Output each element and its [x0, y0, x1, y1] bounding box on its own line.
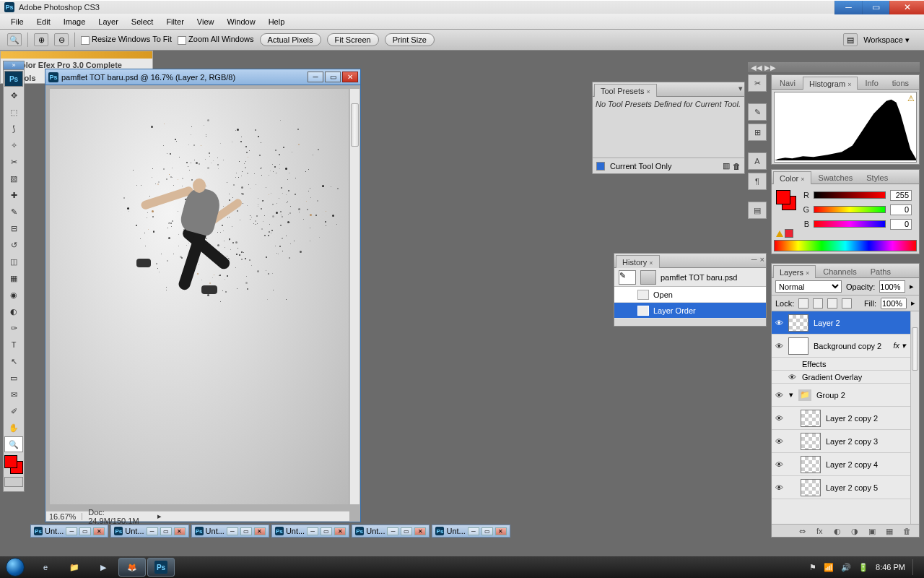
layer-row[interactable]: 👁▾📁Group 2 [772, 384, 910, 407]
swatches-tab[interactable]: Swatches [812, 171, 860, 184]
layer-row[interactable]: 👁Background copy 2fx ▾ [772, 335, 910, 358]
doc-maximize-button[interactable]: ▭ [325, 72, 341, 82]
brush-tool-icon[interactable]: ✎ [4, 204, 23, 220]
history-brush-tool-icon[interactable]: ↺ [4, 237, 23, 253]
visibility-icon[interactable]: 👁 [772, 319, 786, 327]
tray-clock[interactable]: 8:46 PM [876, 563, 905, 571]
fill-input[interactable] [881, 298, 907, 309]
red-value[interactable]: 255 [890, 190, 912, 201]
styles-tab[interactable]: Styles [860, 171, 894, 184]
lock-transparency-icon[interactable] [798, 298, 808, 309]
visibility-icon[interactable]: 👁 [772, 460, 786, 469]
wand-tool-icon[interactable]: ✧ [4, 137, 23, 153]
panel-minimize-icon[interactable]: ─ [751, 255, 757, 264]
dock-paragraph-icon[interactable]: ¶ [748, 173, 767, 190]
document-tab[interactable]: PsUnt...─▭✕ [191, 525, 269, 538]
panel-close-icon[interactable]: × [760, 255, 764, 264]
history-item-layerorder[interactable]: Layer Order [614, 303, 766, 319]
panel-dock-header[interactable]: ◀◀ ▶▶ [748, 62, 920, 72]
document-size[interactable]: Doc: 24.9M/150.1M [88, 508, 152, 525]
blue-slider[interactable] [814, 220, 886, 228]
resize-to-fit-checkbox[interactable]: Resize Windows To Fit [81, 35, 172, 44]
tray-volume-icon[interactable]: 🔊 [841, 563, 851, 572]
dock-character-icon[interactable]: A [748, 152, 767, 170]
document-tab[interactable]: PsUnt...─▭✕ [352, 525, 430, 538]
blue-value[interactable]: 0 [890, 219, 912, 230]
info-tab[interactable]: Info [858, 76, 884, 90]
taskbar-explorer-icon[interactable]: 📁 [61, 558, 88, 577]
history-doc-thumb[interactable] [640, 270, 656, 285]
zoom-out-icon[interactable]: ⊖ [54, 33, 69, 46]
color-tab[interactable]: Color× [773, 171, 811, 184]
slice-tool-icon[interactable]: ▧ [4, 171, 23, 186]
panel-menu-icon[interactable]: ▾ [738, 84, 743, 93]
doc-scrollbar-horizontal[interactable] [165, 511, 349, 521]
lasso-tool-icon[interactable]: ⟆ [4, 121, 23, 137]
shape-tool-icon[interactable]: ▭ [4, 370, 23, 386]
doc-scrollbar-vertical[interactable] [349, 89, 359, 504]
print-size-button[interactable]: Print Size [385, 33, 435, 46]
visibility-icon[interactable]: 👁 [772, 342, 786, 350]
tray-flag-icon[interactable]: ⚑ [809, 563, 816, 572]
menu-filter[interactable]: Filter [160, 17, 190, 26]
visibility-icon[interactable]: 👁 [772, 391, 786, 400]
toolbox-collapse[interactable]: » [4, 61, 24, 70]
lock-all-icon[interactable] [842, 298, 852, 309]
workspace-menu[interactable]: Workspace ▾ [863, 35, 910, 45]
menu-select[interactable]: Select [125, 17, 160, 26]
dock-brushes-icon[interactable]: ✎ [748, 103, 767, 121]
crop-tool-icon[interactable]: ✂ [4, 154, 23, 170]
visibility-icon[interactable]: 👁 [772, 414, 786, 423]
layer-row[interactable]: 👁Layer 2 [772, 311, 910, 335]
layer-row[interactable]: Effects [772, 358, 910, 371]
layer-row[interactable]: 👁Gradient Overlay [772, 371, 910, 384]
dock-icon-1[interactable]: ✂ [748, 74, 767, 92]
zoom-in-icon[interactable]: ⊕ [34, 33, 48, 46]
menu-edit[interactable]: Edit [30, 17, 57, 26]
tray-network-icon[interactable]: 📶 [824, 563, 834, 572]
layer-row[interactable]: 👁Layer 2 copy 2 [772, 407, 910, 430]
actions-tab[interactable]: tions [886, 76, 915, 90]
pen-tool-icon[interactable]: ✑ [4, 320, 23, 336]
channels-tab[interactable]: Channels [816, 264, 863, 278]
new-preset-icon[interactable]: ▥ [723, 161, 730, 171]
document-tab[interactable]: PsUnt...─▭✕ [110, 525, 188, 538]
layer-row[interactable]: 👁Layer 2 copy 3 [772, 430, 910, 453]
actual-pixels-button[interactable]: Actual Pixels [260, 33, 321, 46]
fit-screen-button[interactable]: Fit Screen [327, 33, 379, 46]
document-tab[interactable]: PsUnt...─▭✕ [30, 525, 108, 538]
dock-layercomps-icon[interactable]: ▤ [748, 202, 767, 219]
show-desktop-button[interactable] [912, 559, 918, 575]
menu-file[interactable]: File [4, 17, 30, 26]
visibility-icon[interactable]: 👁 [772, 483, 786, 492]
type-tool-icon[interactable]: T [4, 337, 23, 353]
history-tab[interactable]: History× [616, 255, 660, 268]
doc-close-button[interactable]: ✕ [342, 72, 358, 82]
quickmask-toggle[interactable] [4, 477, 23, 487]
dock-clone-icon[interactable]: ⊞ [748, 124, 767, 141]
visibility-icon[interactable]: 👁 [785, 373, 799, 381]
document-zoom[interactable]: 16.67% [49, 512, 76, 521]
taskbar-ie-icon[interactable]: e [32, 558, 59, 577]
color-ramp[interactable] [774, 240, 917, 251]
zoom-tool-icon[interactable]: 🔍 [7, 33, 22, 46]
document-tab[interactable]: PsUnt...─▭✕ [432, 525, 510, 538]
opacity-input[interactable] [879, 280, 905, 293]
stamp-tool-icon[interactable]: ⊟ [4, 220, 23, 236]
close-button[interactable]: ✕ [889, 1, 924, 14]
menu-view[interactable]: View [191, 17, 221, 26]
histogram-tab[interactable]: Histogram× [803, 77, 858, 90]
dodge-tool-icon[interactable]: ◐ [4, 303, 23, 319]
goto-bridge-icon[interactable]: ▤ [843, 33, 858, 46]
layers-scrollbar[interactable] [910, 311, 919, 524]
menu-window[interactable]: Window [221, 17, 262, 26]
zoom-all-checkbox[interactable]: Zoom All Windows [178, 35, 253, 44]
blur-tool-icon[interactable]: ◉ [4, 287, 23, 303]
minimize-button[interactable]: ─ [834, 1, 862, 14]
color-swatch-fg-bg[interactable] [776, 190, 796, 210]
navigator-tab[interactable]: Navi [773, 76, 802, 90]
taskbar-firefox-icon[interactable]: 🦊 [118, 558, 146, 577]
history-item-open[interactable]: Open [614, 287, 766, 303]
document-titlebar[interactable]: Ps pamflet TOT baru.psd @ 16.7% (Layer 2… [45, 69, 360, 85]
start-button[interactable] [0, 556, 30, 578]
